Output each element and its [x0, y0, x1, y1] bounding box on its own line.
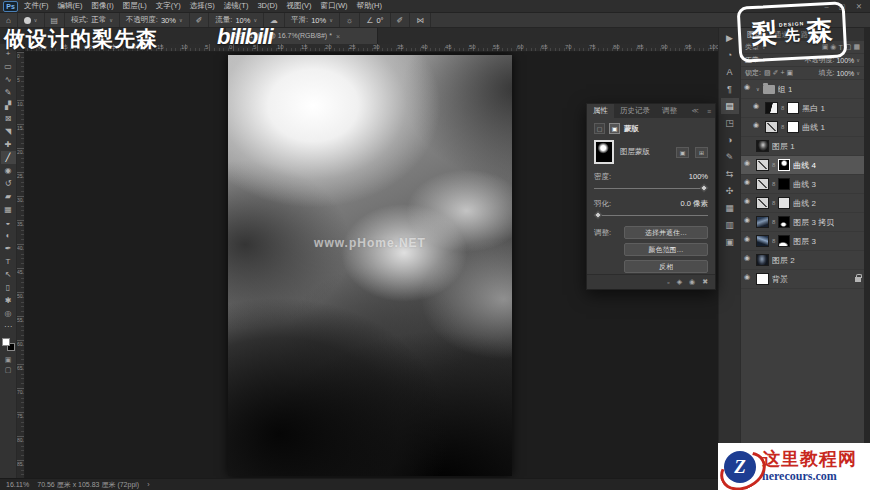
blur-tool[interactable]: ◒	[1, 216, 16, 229]
layer-mask-thumbnail[interactable]	[778, 197, 790, 209]
layer-thumbnail[interactable]	[756, 159, 769, 171]
foreground-color-swatch[interactable]	[2, 338, 10, 346]
libraries-icon[interactable]: ▣	[721, 234, 739, 250]
layer-thumbnail[interactable]	[756, 178, 769, 190]
menu-item[interactable]: 帮助(H)	[357, 1, 382, 11]
paths-icon[interactable]: ▥	[721, 217, 739, 233]
layer-mask-thumbnail[interactable]	[787, 102, 799, 114]
layer-row[interactable]: ∨ 8 曲线 2	[741, 194, 864, 213]
layer-thumbnail[interactable]	[756, 140, 769, 152]
clone-source-icon[interactable]: ◳	[721, 115, 739, 131]
swap-icon[interactable]: ⇆	[721, 166, 739, 182]
panel-menu-icon[interactable]: ≡	[703, 104, 715, 118]
layer-thumbnail[interactable]	[763, 85, 775, 94]
character-icon[interactable]: A	[721, 64, 739, 80]
layer-row[interactable]: ∨ 8 黑白 1	[741, 99, 864, 118]
history-icon[interactable]: ◔	[721, 47, 739, 63]
refine-button[interactable]: 选择并遮住…	[624, 226, 708, 239]
properties-icon[interactable]: ▤	[721, 98, 739, 114]
zoom-level-field[interactable]: 16.11%	[6, 481, 29, 488]
menu-item[interactable]: 3D(D)	[257, 1, 277, 11]
menu-item[interactable]: 窗口(W)	[320, 1, 347, 11]
marquee-tool[interactable]: ▭	[1, 60, 16, 73]
menu-item[interactable]: 文字(Y)	[156, 1, 181, 11]
visibility-toggle-icon[interactable]	[744, 218, 753, 227]
layer-name[interactable]: 图层 1	[772, 141, 795, 152]
quick-mask-button[interactable]: ▣	[5, 355, 12, 365]
layer-name[interactable]: 图层 2	[772, 255, 795, 266]
layer-mask-thumbnail[interactable]	[778, 178, 790, 190]
lock-option-icon[interactable]: ▨	[764, 69, 771, 77]
layer-name[interactable]: 黑白 1	[802, 103, 825, 114]
quick-selection-tool[interactable]: ✎	[1, 86, 16, 99]
zoom-tool[interactable]: ◎	[1, 307, 16, 320]
panel-tab[interactable]: 调整	[656, 104, 683, 118]
select-mask-button[interactable]: ▣	[676, 147, 689, 158]
crop-tool[interactable]: ▞	[1, 99, 16, 112]
layer-name[interactable]: 图层 3	[793, 236, 816, 247]
adjustments-icon[interactable]: ◑	[721, 132, 739, 148]
panel-tab[interactable]: 历史记录	[614, 104, 656, 118]
lasso-tool[interactable]: ∿	[1, 73, 16, 86]
load-selection-icon[interactable]: ▫	[667, 279, 669, 286]
slider-thumb[interactable]	[700, 184, 708, 192]
layer-thumbnail[interactable]	[756, 273, 769, 285]
slider-thumb[interactable]	[594, 211, 602, 219]
type-tool[interactable]: T	[1, 255, 16, 268]
layer-thumbnail[interactable]	[756, 197, 769, 209]
shape-tool[interactable]: ▯	[1, 281, 16, 294]
opacity-pressure-toggle[interactable]: ✐	[190, 13, 210, 27]
tab-close-icon[interactable]: ×	[336, 33, 340, 40]
lock-option-icon[interactable]: ✐	[773, 69, 779, 77]
vertical-ruler[interactable]	[17, 52, 25, 478]
layer-thumbnail[interactable]	[765, 102, 778, 114]
pixel-mask-icon[interactable]: ▢	[594, 123, 605, 134]
frame-tool[interactable]: ⊠	[1, 112, 16, 125]
toggle-mask-icon[interactable]: ◉	[689, 278, 695, 286]
screen-mode-button[interactable]: ▢	[5, 365, 12, 375]
gradient-tool[interactable]: ▦	[1, 203, 16, 216]
layer-name[interactable]: 曲线 1	[802, 122, 825, 133]
menu-item[interactable]: 文件(F)	[24, 1, 49, 11]
add-mask-button[interactable]: ⊞	[695, 147, 708, 158]
layer-name[interactable]: 曲线 2	[793, 198, 816, 209]
symmetry-button[interactable]: ⋈	[410, 13, 431, 27]
refine-button[interactable]: 反相	[624, 260, 708, 273]
visibility-toggle-icon[interactable]	[744, 161, 753, 170]
channels-icon[interactable]: ▦	[721, 200, 739, 216]
eyedropper-tool[interactable]: ◥	[1, 125, 16, 138]
layer-name[interactable]: 背景	[772, 274, 788, 285]
layer-name[interactable]: 图层 3 拷贝	[793, 217, 834, 228]
filter-icon[interactable]: ▦	[853, 43, 860, 51]
visibility-toggle-icon[interactable]	[744, 237, 753, 246]
visibility-toggle-icon[interactable]	[744, 199, 753, 208]
smoothing-options-button[interactable]: ☼	[340, 13, 360, 27]
menu-item[interactable]: 图层(L)	[123, 1, 147, 11]
pen-tool[interactable]: ✒	[1, 242, 16, 255]
brush-angle-control[interactable]: ∠ 0°	[360, 13, 390, 27]
layer-row[interactable]: ∨ 8 曲线 3	[741, 175, 864, 194]
visibility-toggle-icon[interactable]	[744, 275, 753, 284]
collapse-panels-icon[interactable]: ▶	[721, 30, 739, 46]
history-brush-tool[interactable]: ↺	[1, 177, 16, 190]
layer-mask-thumbnail[interactable]	[778, 235, 790, 247]
brush-settings-icon[interactable]: ✎	[721, 149, 739, 165]
close-button[interactable]: ✕	[856, 2, 862, 11]
styles-icon[interactable]: ✣	[721, 183, 739, 199]
document-canvas[interactable]: www.pHome.NET	[228, 55, 512, 476]
layer-thumbnail[interactable]	[756, 254, 769, 266]
status-menu-arrow-icon[interactable]: ›	[147, 481, 149, 488]
dodge-tool[interactable]: ◐	[1, 229, 16, 242]
smoothing-control[interactable]: 平滑: 10% ∨	[285, 13, 340, 27]
mask-thumbnail[interactable]	[594, 140, 614, 164]
layer-mask-thumbnail[interactable]	[778, 216, 790, 228]
visibility-toggle-icon[interactable]	[753, 123, 762, 132]
visibility-toggle-icon[interactable]	[744, 85, 753, 94]
layer-mask-thumbnail[interactable]	[787, 121, 799, 133]
menu-item[interactable]: 选择(S)	[190, 1, 215, 11]
feather-slider[interactable]	[594, 212, 708, 220]
opacity-value[interactable]: 100%	[836, 57, 854, 64]
layer-row[interactable]: ∨ 8 图层 3	[741, 232, 864, 251]
size-pressure-toggle[interactable]: ✐	[391, 13, 411, 27]
layer-row[interactable]: ∨ 8 曲线 1	[741, 118, 864, 137]
